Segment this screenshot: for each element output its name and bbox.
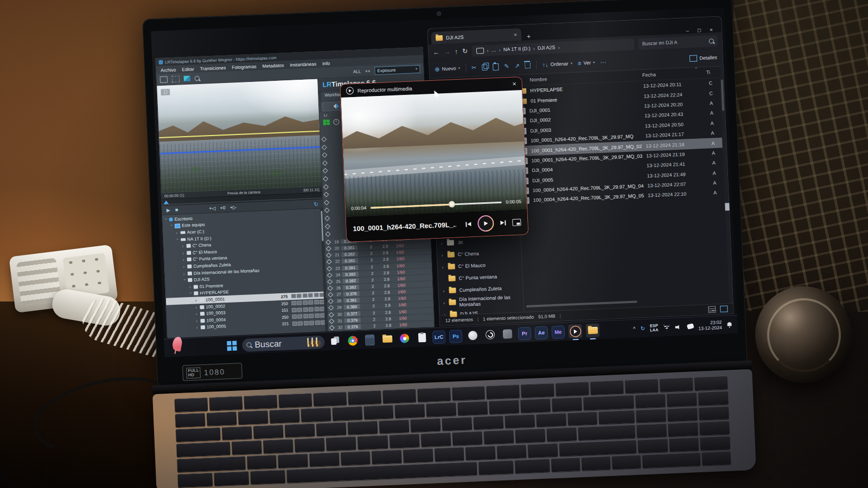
keyboard-key[interactable] (489, 400, 519, 414)
keyboard-key[interactable] (177, 473, 213, 487)
media-player-icon[interactable] (568, 324, 582, 338)
menu-item[interactable]: Info (322, 60, 330, 66)
calculator-icon[interactable] (363, 333, 377, 347)
keyboard-key[interactable] (700, 436, 731, 451)
keyboard-key[interactable] (698, 390, 729, 405)
zoom-icon[interactable] (195, 75, 200, 80)
keyboard-key[interactable] (636, 408, 666, 423)
keyboard-key[interactable] (625, 378, 659, 393)
keyboard-key[interactable] (521, 383, 554, 397)
keyboard-key[interactable] (660, 377, 693, 391)
keyboard-key[interactable] (363, 404, 394, 419)
play-button[interactable] (477, 215, 494, 232)
keyboard-key[interactable] (382, 389, 416, 403)
details-toggle[interactable]: Detalles (690, 54, 717, 62)
grid-icon[interactable] (323, 119, 330, 126)
keyboard-key[interactable] (699, 421, 730, 435)
crop-icon[interactable] (160, 76, 168, 83)
after-effects-icon[interactable]: Ae (534, 326, 548, 339)
keyframe-right-button[interactable]: +▷ (229, 204, 237, 210)
keyboard-key[interactable] (701, 451, 731, 466)
keyframe-left-button[interactable]: +◁ (209, 206, 216, 211)
keyboard-key[interactable] (486, 384, 520, 399)
rename-button[interactable]: ✎ (504, 62, 509, 69)
keyboard-key[interactable] (232, 440, 262, 455)
exposure-dropdown[interactable]: Exposure ▾ (374, 65, 420, 75)
keyboard-key[interactable] (410, 418, 441, 433)
maximize-button[interactable]: □ (698, 27, 701, 33)
clock[interactable]: 23:02 13-12-2024 (698, 320, 722, 331)
hidden-icons-button[interactable]: ^ (633, 326, 636, 332)
widgets-icon[interactable] (328, 334, 342, 348)
keyboard-key[interactable] (214, 471, 249, 486)
refresh-button[interactable]: ↻ (314, 201, 318, 207)
keyboard-key[interactable] (483, 430, 514, 445)
keyboard-key[interactable] (207, 411, 237, 426)
menu-item[interactable]: Transiciones (200, 65, 226, 71)
keyboard-key[interactable] (309, 452, 340, 467)
keyboard-key[interactable] (175, 413, 206, 427)
app-icon[interactable] (500, 327, 514, 341)
keyboard-key[interactable] (578, 425, 635, 440)
sort-button[interactable]: ↑↓ Ordenar ▾ (542, 60, 572, 68)
play-button[interactable]: ▶ (167, 207, 170, 213)
search-box[interactable]: Buscar en DJI A (638, 35, 718, 49)
keyboard-key[interactable] (250, 470, 285, 484)
clock-icon[interactable] (333, 119, 339, 125)
menu-item[interactable]: Fotogramas (232, 63, 257, 70)
keyboard-key[interactable] (635, 393, 666, 408)
more-options-button[interactable]: ⋯ (600, 59, 607, 66)
battery-icon[interactable] (686, 323, 694, 330)
selection-icon[interactable] (172, 75, 180, 82)
keyboard-key[interactable] (348, 390, 381, 404)
keyboard-key[interactable] (434, 447, 464, 461)
up-button[interactable]: ↑ (455, 48, 458, 55)
list-view-icon[interactable] (708, 306, 716, 313)
keyboard-key[interactable] (551, 457, 580, 472)
tab-close-icon[interactable]: × (514, 31, 517, 37)
keyboard-key[interactable] (313, 391, 347, 406)
breadcrumb-item[interactable]: NA 1T II (D:) (503, 46, 531, 52)
keyboard-key[interactable] (496, 445, 527, 459)
keyboard-key[interactable] (278, 453, 308, 468)
keyboard-key[interactable] (244, 394, 277, 409)
keyboard-key[interactable] (612, 455, 641, 470)
keyboard-key[interactable] (452, 386, 486, 400)
ps-icon[interactable]: Ps (449, 330, 463, 343)
close-icon[interactable]: × (512, 80, 516, 87)
keyboard-key[interactable] (515, 428, 545, 443)
keyboard-key[interactable] (301, 407, 331, 422)
keyboard-key[interactable] (326, 436, 356, 451)
menu-item[interactable]: Metadatos (262, 62, 284, 69)
taskbar-search[interactable]: Buscar (242, 335, 325, 351)
refresh-button[interactable]: ↻ (462, 47, 468, 55)
explorer-window-icon[interactable] (585, 323, 599, 337)
delete-button[interactable] (525, 62, 531, 68)
paste-button[interactable] (493, 63, 499, 70)
keyboard-key[interactable] (667, 392, 697, 407)
keyboard-key[interactable] (642, 452, 700, 468)
keyboard-key[interactable] (372, 450, 402, 464)
keyboard-key[interactable] (263, 439, 293, 454)
keyboard-key[interactable] (599, 410, 635, 425)
keyboard-key[interactable] (669, 437, 699, 452)
keyboard-key[interactable] (505, 414, 535, 428)
keyboard-key[interactable] (452, 431, 482, 446)
chrome-icon[interactable] (346, 333, 360, 348)
copy-button[interactable] (482, 64, 487, 70)
keyboard-key[interactable] (583, 395, 634, 410)
photos-icon[interactable] (398, 331, 412, 345)
forward-button[interactable]: → (444, 48, 451, 55)
close-button[interactable]: × (710, 27, 713, 33)
menu-item[interactable]: Instantáneas (290, 61, 316, 67)
keyboard-key[interactable] (247, 455, 277, 470)
keyboard-key[interactable] (285, 423, 315, 438)
keyboard-key[interactable] (667, 407, 698, 422)
keyboard-key[interactable] (546, 427, 577, 442)
keyboard-key[interactable] (457, 401, 488, 415)
keyboard-key[interactable] (590, 380, 624, 395)
keyboard-key[interactable] (556, 381, 589, 396)
media-encoder-icon[interactable]: Me (551, 325, 565, 339)
seek-bar[interactable] (371, 201, 501, 208)
horizontal-scrollbar[interactable] (526, 300, 637, 307)
